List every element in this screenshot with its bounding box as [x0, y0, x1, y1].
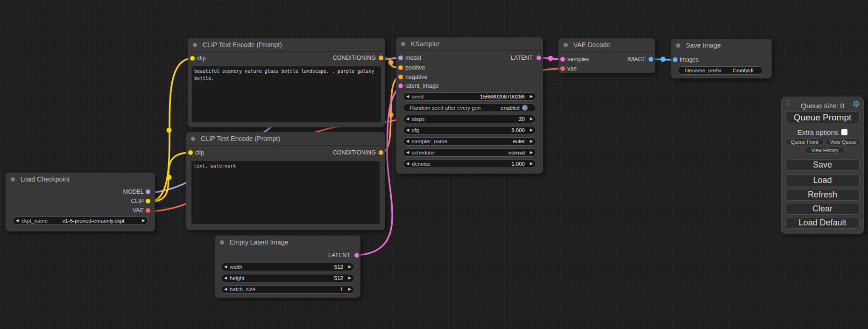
output-label-conditioning: CONDITIONING — [333, 148, 376, 157]
seed-widget[interactable]: ◀ seed 156680208700286 ▶ — [403, 92, 536, 101]
width-widget[interactable]: ◀ width 512 ▶ — [221, 263, 354, 271]
arrow-right-icon[interactable]: ▶ — [346, 274, 354, 282]
arrow-left-icon[interactable]: ◀ — [403, 149, 412, 156]
ckpt-name-widget[interactable]: ◀ ckpt_name v1-5-pruned-emaonly.ckpt ▶ — [13, 217, 148, 225]
toggle-indicator[interactable] — [522, 105, 528, 111]
input-port-latent-image[interactable] — [398, 84, 403, 88]
node-title: Empty Latent Image — [215, 236, 360, 249]
refresh-button[interactable]: Refresh — [785, 189, 860, 201]
collapse-dot-icon[interactable] — [220, 240, 224, 245]
arrow-right-icon[interactable]: ▶ — [527, 93, 536, 100]
output-port-model[interactable] — [146, 189, 150, 194]
input-port-samples[interactable] — [560, 57, 565, 62]
widget-value: ComfyUI — [721, 68, 756, 73]
input-label-samples: samples — [567, 55, 589, 63]
output-label-model: MODEL — [123, 188, 144, 196]
widget-value: v1-5-pruned-emaonly.ckpt — [48, 218, 139, 224]
node-save-image[interactable]: Save Image images filename_prefix ComfyU… — [671, 39, 772, 78]
node-clip-text-encode-positive[interactable]: CLIP Text Encode (Prompt) clip CONDITION… — [188, 38, 385, 127]
widget-value: 1.000 — [430, 161, 527, 167]
arrow-left-icon[interactable]: ◀ — [221, 274, 230, 282]
scheduler-widget[interactable]: ◀ scheduler normal ▶ — [403, 148, 536, 157]
node-empty-latent-image[interactable]: Empty Latent Image LATENT ◀ width 512 ▶ … — [215, 236, 360, 298]
input-port-model[interactable] — [398, 56, 403, 60]
load-default-button[interactable]: Load Default — [785, 217, 860, 229]
batch-size-widget[interactable]: ◀ batch_size 1 ▶ — [221, 285, 354, 294]
widget-label: sampler_name — [412, 139, 447, 144]
node-load-checkpoint[interactable]: Load Checkpoint MODEL CLIP VAE ◀ ckpt_na… — [6, 173, 155, 231]
node-clip-text-encode-negative[interactable]: CLIP Text Encode (Prompt) clip CONDITION… — [186, 132, 385, 230]
prompt-textarea[interactable]: text, watermark — [191, 161, 380, 224]
arrow-right-icon[interactable]: ▶ — [346, 263, 354, 271]
output-label-conditioning: CONDITIONING — [333, 54, 376, 62]
node-graph-canvas[interactable]: Load Checkpoint MODEL CLIP VAE ◀ ckpt_na… — [0, 0, 868, 329]
arrow-left-icon[interactable]: ◀ — [13, 217, 21, 224]
arrow-left-icon[interactable]: ◀ — [403, 93, 412, 100]
input-port-negative[interactable] — [398, 75, 403, 79]
queue-front-button[interactable]: Queue Front — [785, 138, 824, 145]
prompt-textarea[interactable]: beautiful scenery nature glass bottle la… — [192, 66, 381, 122]
steps-widget[interactable]: ◀ steps 20 ▶ — [403, 115, 536, 123]
clear-button[interactable]: Clear — [785, 203, 860, 215]
sampler-name-widget[interactable]: ◀ sampler_name euler ▶ — [403, 137, 536, 146]
input-label-vae: vae — [567, 64, 577, 73]
input-port-clip[interactable] — [190, 56, 195, 61]
output-port-latent[interactable] — [354, 253, 359, 258]
arrow-right-icon[interactable]: ▶ — [527, 115, 536, 123]
arrow-left-icon[interactable]: ◀ — [403, 138, 412, 145]
arrow-right-icon[interactable]: ▶ — [527, 126, 536, 134]
output-port-image[interactable] — [649, 57, 653, 62]
node-vae-decode[interactable]: VAE Decode samples vae IMAGE — [558, 38, 655, 73]
arrow-left-icon[interactable]: ◀ — [403, 126, 412, 134]
collapse-dot-icon[interactable] — [564, 43, 568, 47]
collapse-dot-icon[interactable] — [401, 42, 405, 46]
collapse-dot-icon[interactable] — [191, 137, 195, 141]
output-port-clip[interactable] — [146, 199, 150, 203]
output-label-vae: VAE — [133, 206, 144, 215]
widget-label: height — [230, 275, 244, 281]
widget-label: Random seed after every gen — [410, 105, 481, 111]
arrow-right-icon[interactable]: ▶ — [139, 217, 148, 224]
input-port-positive[interactable] — [398, 65, 403, 70]
widget-label: steps — [412, 116, 425, 122]
view-queue-button[interactable]: View Queue — [826, 138, 861, 145]
save-button[interactable]: Save — [785, 159, 860, 171]
height-widget[interactable]: ◀ height 512 ▶ — [221, 274, 354, 282]
arrow-right-icon[interactable]: ▶ — [527, 138, 536, 145]
collapse-dot-icon[interactable] — [676, 43, 680, 48]
link-dot — [548, 56, 553, 61]
extra-options-checkbox[interactable] — [841, 129, 847, 135]
node-title: CLIP Text Encode (Prompt) — [188, 38, 385, 52]
input-port-clip[interactable] — [188, 150, 193, 155]
arrow-right-icon[interactable]: ▶ — [527, 160, 536, 168]
queue-prompt-button[interactable]: Queue Prompt — [785, 112, 860, 123]
filename-prefix-widget[interactable]: filename_prefix ComfyUI — [678, 66, 763, 75]
widget-label: cfg — [412, 127, 419, 133]
arrow-left-icon[interactable]: ◀ — [221, 286, 230, 293]
input-label-clip: clip — [197, 54, 206, 63]
output-port-latent[interactable] — [536, 56, 541, 60]
denoise-widget[interactable]: ◀ denoise 1.000 ▶ — [403, 160, 536, 168]
view-history-button[interactable]: View History — [805, 147, 845, 154]
node-ksampler[interactable]: KSampler model positive negative latent_… — [396, 37, 543, 174]
input-port-images[interactable] — [673, 57, 677, 62]
output-port-conditioning[interactable] — [379, 56, 383, 60]
output-port-vae[interactable] — [146, 208, 150, 213]
widget-label: seed — [412, 94, 423, 99]
arrow-left-icon[interactable]: ◀ — [403, 160, 412, 168]
arrow-left-icon[interactable]: ◀ — [403, 115, 412, 123]
load-button[interactable]: Load — [785, 175, 860, 186]
input-port-vae[interactable] — [560, 66, 565, 71]
collapse-dot-icon[interactable] — [11, 177, 15, 182]
cfg-widget[interactable]: ◀ cfg 8.000 ▶ — [403, 126, 536, 134]
arrow-right-icon[interactable]: ▶ — [527, 149, 536, 156]
output-port-conditioning[interactable] — [379, 150, 383, 155]
link-dot — [167, 128, 172, 133]
collapse-dot-icon[interactable] — [193, 43, 197, 47]
link-dot — [388, 112, 394, 118]
random-seed-toggle-widget[interactable]: Random seed after every gen enabled — [403, 104, 536, 112]
arrow-right-icon[interactable]: ▶ — [346, 286, 354, 293]
node-title: KSampler — [396, 37, 543, 51]
arrow-left-icon[interactable]: ◀ — [221, 263, 230, 271]
settings-gear-icon[interactable]: ⚙ — [853, 99, 860, 109]
